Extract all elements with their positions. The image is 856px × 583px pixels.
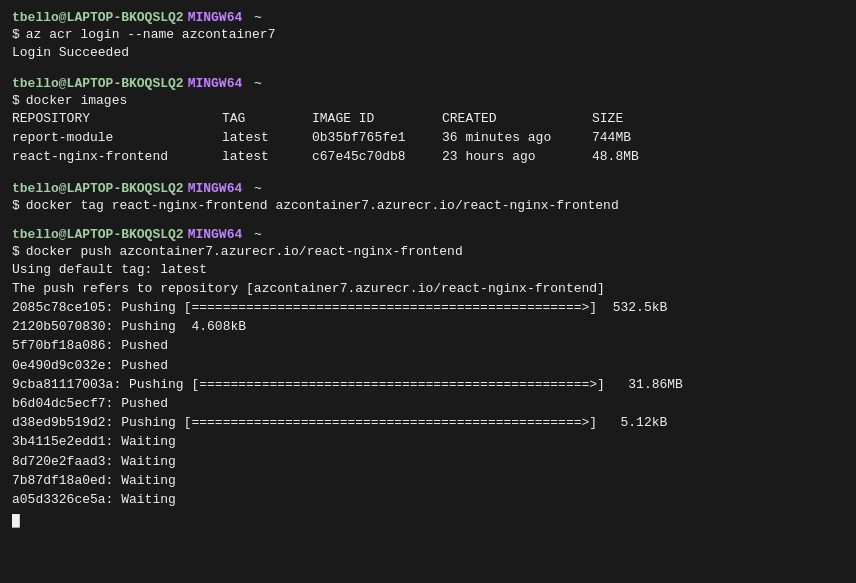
block-3: tbello@LAPTOP-BKOQSLQ2 MINGW64 ~ $ docke… bbox=[12, 181, 844, 213]
row0-tag: latest bbox=[222, 129, 312, 148]
command-line-1: $ az acr login --name azcontainer7 bbox=[12, 27, 844, 42]
command-line-3: $ docker tag react-nginx-frontend azcont… bbox=[12, 198, 844, 213]
row1-imageid: c67e45c70db8 bbox=[312, 148, 442, 167]
docker-images-table: REPOSITORY TAG IMAGE ID CREATED SIZE rep… bbox=[12, 110, 844, 167]
dollar-4: $ bbox=[12, 244, 20, 259]
col-header-repo: REPOSITORY bbox=[12, 110, 222, 129]
push-out-10: 8d720e2faad3: Waiting bbox=[12, 453, 844, 471]
col-header-tag: TAG bbox=[222, 110, 312, 129]
dir-3: ~ bbox=[246, 181, 262, 196]
shell-2: MINGW64 bbox=[188, 76, 243, 91]
push-out-1: The push refers to repository [azcontain… bbox=[12, 280, 844, 298]
push-out-5: 0e490d9c032e: Pushed bbox=[12, 357, 844, 375]
user-host-2: tbello@LAPTOP-BKOQSLQ2 bbox=[12, 76, 184, 91]
push-out-4: 5f70bf18a086: Pushed bbox=[12, 337, 844, 355]
prompt-1: tbello@LAPTOP-BKOQSLQ2 MINGW64 ~ bbox=[12, 10, 844, 25]
col-header-imageid: IMAGE ID bbox=[312, 110, 442, 129]
user-host-3: tbello@LAPTOP-BKOQSLQ2 bbox=[12, 181, 184, 196]
command-2: docker images bbox=[26, 93, 127, 108]
table-header-row: REPOSITORY TAG IMAGE ID CREATED SIZE bbox=[12, 110, 844, 129]
row1-created: 23 hours ago bbox=[442, 148, 592, 167]
push-out-8: d38ed9b519d2: Pushing [=================… bbox=[12, 414, 844, 432]
user-host-1: tbello@LAPTOP-BKOQSLQ2 bbox=[12, 10, 184, 25]
row0-size: 744MB bbox=[592, 129, 672, 148]
row1-repo: react-nginx-frontend bbox=[12, 148, 222, 167]
prompt-2: tbello@LAPTOP-BKOQSLQ2 MINGW64 ~ bbox=[12, 76, 844, 91]
dollar-2: $ bbox=[12, 93, 20, 108]
row1-size: 48.8MB bbox=[592, 148, 672, 167]
block-2: tbello@LAPTOP-BKOQSLQ2 MINGW64 ~ $ docke… bbox=[12, 76, 844, 167]
shell-4: MINGW64 bbox=[188, 227, 243, 242]
row1-tag: latest bbox=[222, 148, 312, 167]
prompt-4: tbello@LAPTOP-BKOQSLQ2 MINGW64 ~ bbox=[12, 227, 844, 242]
terminal: tbello@LAPTOP-BKOQSLQ2 MINGW64 ~ $ az ac… bbox=[0, 0, 856, 583]
row0-imageid: 0b35bf765fe1 bbox=[312, 129, 442, 148]
push-out-2: 2085c78ce105: Pushing [=================… bbox=[12, 299, 844, 317]
push-out-3: 2120b5070830: Pushing 4.608kB bbox=[12, 318, 844, 336]
command-3: docker tag react-nginx-frontend azcontai… bbox=[26, 198, 619, 213]
push-out-7: b6d04dc5ecf7: Pushed bbox=[12, 395, 844, 413]
push-out-12: a05d3326ce5a: Waiting bbox=[12, 491, 844, 509]
row0-repo: report-module bbox=[12, 129, 222, 148]
shell-3: MINGW64 bbox=[188, 181, 243, 196]
command-line-2: $ docker images bbox=[12, 93, 844, 108]
command-line-4: $ docker push azcontainer7.azurecr.io/re… bbox=[12, 244, 844, 259]
block-4: tbello@LAPTOP-BKOQSLQ2 MINGW64 ~ $ docke… bbox=[12, 227, 844, 509]
block-1: tbello@LAPTOP-BKOQSLQ2 MINGW64 ~ $ az ac… bbox=[12, 10, 844, 62]
push-out-9: 3b4115e2edd1: Waiting bbox=[12, 433, 844, 451]
row0-created: 36 minutes ago bbox=[442, 129, 592, 148]
col-header-created: CREATED bbox=[442, 110, 592, 129]
col-header-size: SIZE bbox=[592, 110, 672, 129]
command-4: docker push azcontainer7.azurecr.io/reac… bbox=[26, 244, 463, 259]
dollar-1: $ bbox=[12, 27, 20, 42]
push-out-0: Using default tag: latest bbox=[12, 261, 844, 279]
dollar-3: $ bbox=[12, 198, 20, 213]
push-out-6: 9cba81117003a: Pushing [================… bbox=[12, 376, 844, 394]
prompt-3: tbello@LAPTOP-BKOQSLQ2 MINGW64 ~ bbox=[12, 181, 844, 196]
push-out-11: 7b87df18a0ed: Waiting bbox=[12, 472, 844, 490]
dir-2: ~ bbox=[246, 76, 262, 91]
user-host-4: tbello@LAPTOP-BKOQSLQ2 bbox=[12, 227, 184, 242]
table-row-1: react-nginx-frontend latest c67e45c70db8… bbox=[12, 148, 844, 167]
cursor-line: █ bbox=[12, 513, 844, 531]
command-1: az acr login --name azcontainer7 bbox=[26, 27, 276, 42]
dir-1: ~ bbox=[246, 10, 262, 25]
shell-1: MINGW64 bbox=[188, 10, 243, 25]
table-row-0: report-module latest 0b35bf765fe1 36 min… bbox=[12, 129, 844, 148]
dir-4: ~ bbox=[246, 227, 262, 242]
output-1-0: Login Succeeded bbox=[12, 44, 844, 62]
